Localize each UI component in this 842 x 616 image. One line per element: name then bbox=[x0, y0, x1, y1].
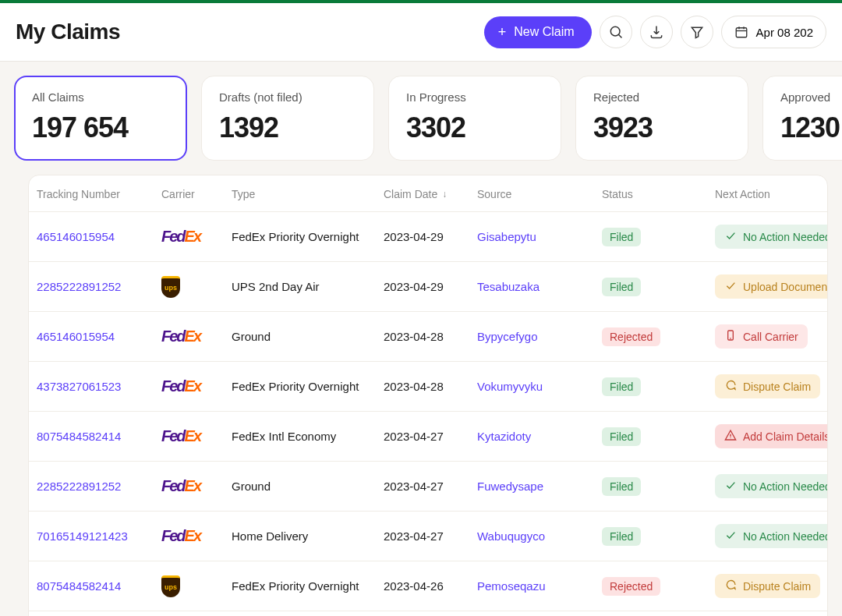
header-actions: + New Claim Apr 08 202 bbox=[484, 16, 826, 48]
col-tracking[interactable]: Tracking Number bbox=[37, 188, 161, 200]
stat-value: 1230 bbox=[780, 112, 842, 144]
stat-card-in-progress[interactable]: In Progress3302 bbox=[388, 76, 561, 161]
type-cell: FedEx Priority Overnight bbox=[232, 380, 384, 393]
source-link[interactable]: Gisabepytu bbox=[477, 230, 536, 243]
fedex-logo-icon: FedEx bbox=[161, 527, 200, 545]
stat-value: 197 654 bbox=[32, 112, 169, 144]
next-action-pill[interactable]: No Action Needed bbox=[715, 524, 828, 548]
date-cell: 2023-04-27 bbox=[384, 529, 477, 543]
carrier-cell: FedEx bbox=[161, 228, 232, 246]
search-button[interactable] bbox=[600, 16, 632, 48]
table-row: 8075484582414upsFedEx Priority Overnight… bbox=[29, 561, 827, 611]
filter-button[interactable] bbox=[681, 16, 713, 48]
new-claim-label: New Claim bbox=[514, 25, 574, 39]
source-link[interactable]: Pemoseqazu bbox=[477, 579, 546, 593]
new-claim-button[interactable]: + New Claim bbox=[484, 16, 592, 48]
status-badge: Rejected bbox=[602, 577, 660, 596]
source-link[interactable]: Wabuqugyco bbox=[477, 529, 545, 543]
carrier-cell: FedEx bbox=[161, 327, 232, 345]
page-title: My Claims bbox=[16, 19, 120, 44]
filter-icon bbox=[689, 24, 705, 40]
next-action-pill[interactable]: No Action Needed bbox=[715, 225, 828, 249]
action-label: Dispute Claim bbox=[743, 580, 811, 593]
date-cell: 2023-04-27 bbox=[384, 480, 477, 493]
action-label: No Action Needed bbox=[743, 530, 828, 543]
page-header: My Claims + New Claim Apr 08 202 bbox=[0, 3, 842, 62]
type-cell: Ground bbox=[232, 330, 384, 343]
tracking-link[interactable]: 2285222891252 bbox=[37, 280, 121, 293]
stat-label: Rejected bbox=[593, 90, 731, 104]
tracking-link[interactable]: 8075484582414 bbox=[37, 579, 121, 593]
source-link[interactable]: Fuwedysape bbox=[477, 480, 543, 493]
type-cell: FedEx Priority Overnight bbox=[232, 230, 384, 243]
calendar-icon bbox=[734, 25, 748, 39]
status-cell: Rejected bbox=[602, 327, 715, 346]
plus-icon: + bbox=[498, 24, 507, 41]
tracking-link[interactable]: 465146015954 bbox=[37, 230, 115, 243]
table-row: 2285222891252upsUPS 2nd Day Air2023-04-2… bbox=[29, 262, 827, 312]
status-badge: Filed bbox=[602, 527, 641, 546]
stat-card-drafts-not-filed-[interactable]: Drafts (not filed)1392 bbox=[201, 76, 374, 161]
next-action-pill[interactable]: Call Carrier bbox=[715, 324, 808, 349]
status-badge: Filed bbox=[602, 278, 641, 296]
col-carrier[interactable]: Carrier bbox=[161, 188, 232, 200]
col-status[interactable]: Status bbox=[602, 188, 715, 200]
carrier-cell: ups bbox=[161, 575, 232, 597]
tracking-link[interactable]: 2285222891252 bbox=[37, 480, 121, 493]
action-icon bbox=[724, 279, 737, 294]
status-badge: Rejected bbox=[602, 327, 660, 346]
stat-value: 1392 bbox=[219, 112, 356, 144]
action-icon bbox=[724, 379, 737, 394]
action-cell: Upload Documents bbox=[715, 274, 828, 299]
date-range-button[interactable]: Apr 08 202 bbox=[721, 16, 826, 48]
source-link[interactable]: Vokumyvyku bbox=[477, 380, 543, 393]
action-cell: Call Carrier bbox=[715, 324, 828, 349]
action-cell: Dispute Claim bbox=[715, 574, 828, 598]
svg-rect-2 bbox=[736, 28, 747, 37]
action-cell: No Action Needed bbox=[715, 225, 828, 249]
fedex-logo-icon: FedEx bbox=[161, 377, 200, 395]
status-cell: Filed bbox=[602, 377, 715, 396]
tracking-link[interactable]: 4373827061523 bbox=[37, 380, 121, 393]
source-link[interactable]: Tesabuzaka bbox=[477, 280, 540, 293]
stat-label: In Progress bbox=[406, 90, 543, 104]
next-action-pill[interactable]: Add Claim Details bbox=[715, 424, 828, 448]
stat-label: Drafts (not filed) bbox=[219, 90, 356, 104]
stats-row: All Claims197 654Drafts (not filed)1392I… bbox=[0, 62, 842, 175]
next-action-pill[interactable]: No Action Needed bbox=[715, 474, 828, 498]
tracking-link[interactable]: 70165149121423 bbox=[37, 529, 128, 543]
col-type[interactable]: Type bbox=[232, 188, 384, 200]
next-action-pill[interactable]: Dispute Claim bbox=[715, 574, 820, 598]
status-cell: Filed bbox=[602, 527, 715, 546]
action-cell: Dispute Claim bbox=[715, 374, 828, 398]
action-icon bbox=[724, 229, 737, 244]
carrier-cell: ups bbox=[161, 276, 232, 298]
status-badge: Filed bbox=[602, 377, 641, 396]
type-cell: Home Delivery bbox=[232, 529, 384, 543]
next-action-pill[interactable]: Dispute Claim bbox=[715, 374, 820, 398]
type-cell: Ground bbox=[232, 480, 384, 493]
stat-card-rejected[interactable]: Rejected3923 bbox=[575, 76, 748, 161]
col-claim-date[interactable]: Claim Date↓ bbox=[384, 188, 477, 200]
date-cell: 2023-04-27 bbox=[384, 430, 477, 443]
col-source[interactable]: Source bbox=[477, 188, 602, 200]
ups-logo-icon: ups bbox=[161, 276, 180, 298]
carrier-cell: FedEx bbox=[161, 477, 232, 495]
next-action-pill[interactable]: Upload Documents bbox=[715, 274, 828, 299]
status-cell: Filed bbox=[602, 228, 715, 246]
table-body: 465146015954FedExFedEx Priority Overnigh… bbox=[29, 212, 827, 616]
source-link[interactable]: Bypycefygo bbox=[477, 330, 538, 343]
col-next-action[interactable]: Next Action bbox=[715, 188, 828, 200]
source-link[interactable]: Kytazidoty bbox=[477, 430, 531, 443]
stat-card-all-claims[interactable]: All Claims197 654 bbox=[14, 76, 187, 161]
fedex-logo-icon: FedEx bbox=[161, 228, 200, 246]
tracking-link[interactable]: 8075484582414 bbox=[37, 430, 121, 443]
search-icon bbox=[608, 24, 624, 40]
stat-label: All Claims bbox=[32, 90, 169, 104]
date-cell: 2023-04-29 bbox=[384, 280, 477, 293]
download-button[interactable] bbox=[640, 16, 673, 48]
tracking-link[interactable]: 465146015954 bbox=[37, 330, 115, 343]
action-label: Call Carrier bbox=[743, 331, 798, 343]
action-icon bbox=[724, 579, 737, 593]
stat-card-approved[interactable]: Approved1230 bbox=[762, 76, 842, 161]
